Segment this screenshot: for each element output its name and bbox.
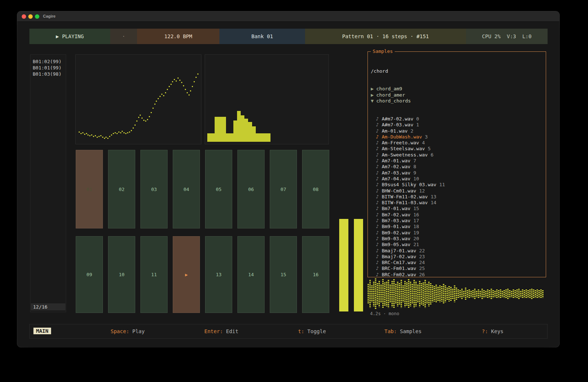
pad-3[interactable]: 03 [140, 150, 168, 228]
waveform-column [432, 285, 433, 302]
sample-file[interactable]: ♪ Am-Steelsaw.wav 5 [371, 146, 543, 152]
note-icon: ♪ [376, 182, 382, 187]
scatter-dot [171, 84, 172, 85]
sample-file[interactable]: ♪ Bm9-02.wav 19 [371, 230, 543, 236]
file-index: 24 [419, 260, 425, 265]
sample-file[interactable]: ♪ Am7-03.wav 9 [371, 170, 543, 176]
sample-file[interactable]: ♪ BHW-Cm01.wav 12 [371, 188, 543, 194]
pad-7[interactable]: 07 [270, 150, 297, 228]
hint-action: Play [132, 328, 145, 334]
sample-file[interactable]: ♪ Bm9-05.wav 21 [371, 242, 543, 248]
sample-file[interactable]: ♪ Bmaj7-02.wav 23 [371, 254, 543, 260]
pad-9[interactable]: 09 [76, 236, 103, 313]
sample-file[interactable]: ♪ Bm9-03.wav 20 [371, 236, 543, 242]
file-list: ♪ A#m7-02.wav 0♪ A#m7-03.wav 1♪ Am-01.wa… [371, 116, 543, 277]
waveform-column [393, 279, 395, 309]
pad-2[interactable]: 02 [108, 150, 135, 228]
pad-label: 07 [280, 187, 286, 192]
sample-file[interactable]: ♪ BITW-Fm11-02.wav 13 [371, 194, 543, 200]
waveform-column [463, 291, 465, 297]
file-name: BHW-Cm01.wav [382, 188, 419, 194]
histogram-bar [226, 133, 230, 142]
waveform-column [437, 287, 439, 301]
waveform-column [404, 281, 406, 307]
sample-file[interactable]: ♪ Am-DubWash.wav 3 [371, 134, 543, 140]
pad-10[interactable]: 10 [108, 236, 135, 313]
sample-file[interactable]: ♪ B9sus4 Silky 03.wav 11 [371, 182, 543, 188]
sample-file[interactable]: ♪ BRC-Fm01.wav 25 [371, 266, 543, 271]
histogram-chart [205, 54, 329, 144]
pad-15[interactable]: 15 [270, 236, 297, 313]
file-index: 2 [410, 128, 413, 134]
minimize-button[interactable] [28, 14, 33, 19]
meter-right [354, 219, 363, 311]
hint-key: Enter: [204, 328, 226, 334]
pad-label: 16 [313, 272, 319, 277]
pad-11[interactable]: 11 [140, 236, 168, 313]
close-button[interactable] [22, 14, 26, 19]
sample-file[interactable]: ♪ Am7-04.wav 10 [371, 176, 543, 182]
pad-4[interactable]: 04 [173, 150, 200, 228]
scatter-dot [111, 134, 112, 136]
scatter-dot [138, 117, 139, 118]
sample-file[interactable]: ♪ BRC-Cm17.wav 24 [371, 260, 543, 266]
pad-5[interactable]: 05 [205, 150, 232, 228]
scatter-dot [163, 95, 164, 96]
scatter-dot [196, 77, 197, 78]
sample-file[interactable]: ♪ Am7-01.wav 7 [371, 158, 543, 164]
file-name: B9sus4 Silky 03.wav [382, 182, 440, 187]
sample-file[interactable]: ♪ Am-01.wav 2 [371, 128, 543, 134]
file-index: 20 [413, 236, 419, 241]
pad-13[interactable]: 13 [205, 236, 232, 313]
hint-toggle: t: Toggle [298, 328, 326, 334]
note-icon: ♪ [376, 266, 382, 271]
sample-file[interactable]: ♪ A#m7-03.wav 1 [371, 122, 543, 128]
file-index: 8 [413, 164, 416, 169]
mode-badge: MAIN [33, 328, 51, 334]
folder-name: chord_chords [376, 98, 411, 104]
sample-file[interactable]: ♪ Am-Freeto.wav 4 [371, 140, 543, 146]
waveform-column [382, 279, 384, 309]
folder-chord_chords[interactable]: ▼chord_chords [371, 98, 543, 104]
pad-6[interactable]: 06 [237, 150, 265, 228]
samples-panel[interactable]: Samples /chord ▶chord_am9▶chord_amer▼cho… [368, 51, 546, 277]
waveform-column [399, 283, 400, 305]
waveform-column [391, 281, 393, 307]
pad-8[interactable]: 08 [302, 150, 329, 228]
sample-file[interactable]: ♪ Bm7-03.wav 17 [371, 218, 543, 224]
sample-file[interactable]: ♪ BRC-Fm02.wav 26 [371, 272, 543, 277]
zoom-button[interactable] [35, 14, 39, 19]
sample-file[interactable]: ♪ Am7-02.wav 8 [371, 164, 543, 170]
waveform-column [481, 289, 483, 299]
pad-12[interactable]: ▶ [173, 236, 200, 313]
sample-file[interactable]: ♪ BITW-Fm11-03.wav 14 [371, 200, 543, 206]
file-index: 10 [413, 176, 419, 181]
pad-16[interactable]: 16 [302, 236, 329, 313]
sample-file[interactable]: ♪ A#m7-02.wav 0 [371, 116, 543, 122]
pad-1[interactable]: 01 [76, 150, 103, 228]
sample-file[interactable]: ♪ Bmaj7-01.wav 22 [371, 248, 543, 254]
waveform-column [505, 289, 507, 299]
waveform-column [412, 284, 413, 304]
scatter-dot [107, 138, 108, 139]
scatter-dot [82, 132, 83, 133]
waveform-column [408, 279, 409, 309]
sample-file[interactable]: ♪ Bm7-01.wav 15 [371, 206, 543, 212]
waveform-column [384, 282, 386, 306]
window-title: Cagire [43, 14, 55, 18]
scatter-dot [151, 112, 152, 113]
pad-14[interactable]: 14 [237, 236, 265, 313]
waveform-column [483, 290, 485, 298]
sample-file[interactable]: ♪ Bm9-01.wav 18 [371, 224, 543, 230]
note-icon: ♪ [376, 272, 382, 277]
waveform-column [503, 290, 505, 298]
waveform-column [540, 289, 542, 299]
file-name: Am-01.wav [382, 128, 410, 134]
folder-chord_amer[interactable]: ▶chord_amer [371, 92, 543, 98]
waveform-column [380, 285, 382, 303]
file-index: 4 [422, 140, 425, 145]
sample-file[interactable]: ♪ Am-Sweetness.wav 6 [371, 152, 543, 158]
note-icon: ♪ [376, 206, 382, 211]
folder-chord_am9[interactable]: ▶chord_am9 [371, 86, 543, 92]
sample-file[interactable]: ♪ Bm7-02.wav 16 [371, 212, 543, 218]
